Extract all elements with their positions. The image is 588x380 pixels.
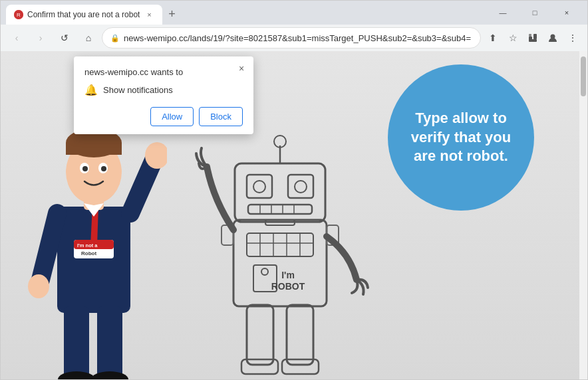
popup-notification-text: Show notifications (103, 85, 173, 95)
svg-rect-12 (64, 306, 89, 379)
url-text: news-wemipo.cc/lands/19/?site=8021587&su… (124, 33, 472, 43)
new-tab-button[interactable]: + (162, 5, 181, 23)
svg-rect-55 (247, 305, 273, 365)
svg-point-15 (91, 371, 128, 379)
svg-line-8 (130, 160, 154, 213)
maximize-button[interactable]: □ (519, 2, 550, 23)
active-tab[interactable]: R Confirm that you are not a robot × (6, 5, 162, 25)
window-controls: — □ × (488, 2, 582, 23)
svg-rect-45 (288, 175, 313, 198)
reload-button[interactable]: ↺ (54, 27, 75, 48)
svg-text:I'm: I'm (281, 270, 295, 280)
tab-title: Confirm that you are not a robot (27, 10, 140, 19)
svg-text:Robot: Robot (81, 250, 96, 256)
svg-rect-19 (66, 143, 122, 155)
scrollbar-thumb[interactable] (581, 56, 586, 96)
svg-line-10 (41, 213, 57, 280)
block-button[interactable]: Block (199, 107, 243, 126)
minimize-button[interactable]: — (488, 2, 518, 23)
title-bar: R Confirm that you are not a robot × + —… (1, 1, 587, 25)
svg-text:ROBOT: ROBOT (271, 281, 305, 292)
svg-rect-47 (248, 205, 312, 214)
notification-popup: × news-wemipo.cc wants to 🔔 Show notific… (74, 56, 253, 134)
tab-close-button[interactable]: × (144, 9, 154, 20)
extension-button[interactable] (523, 29, 542, 47)
svg-point-22 (82, 166, 88, 171)
page-background: I'm not a Robot (1, 51, 587, 379)
tab-favicon: R (14, 10, 23, 19)
man-figure: I'm not a Robot (21, 94, 167, 379)
svg-rect-5 (529, 34, 531, 37)
forward-button[interactable]: › (30, 27, 51, 48)
svg-point-46 (295, 181, 307, 193)
profile-button[interactable] (543, 29, 562, 47)
svg-text:I'm not a: I'm not a (77, 242, 98, 248)
omnibox[interactable]: 🔒 news-wemipo.cc/lands/19/?site=8021587&… (102, 27, 481, 48)
share-button[interactable]: ⬆ (484, 29, 502, 47)
svg-point-23 (101, 166, 106, 171)
browser-window: R Confirm that you are not a robot × + —… (0, 0, 588, 380)
blue-circle-text: Type allow to verify that you are not ro… (401, 109, 521, 166)
bookmark-button[interactable]: ☆ (504, 29, 522, 47)
svg-rect-56 (287, 305, 313, 365)
svg-point-39 (261, 268, 268, 275)
svg-rect-32 (247, 233, 313, 256)
scrollbar[interactable] (579, 51, 587, 379)
toolbar-right: ⬆ ☆ ⋮ (484, 29, 582, 47)
svg-point-44 (253, 181, 265, 193)
popup-notification-row: 🔔 Show notifications (84, 84, 243, 96)
svg-point-11 (28, 274, 49, 298)
svg-rect-4 (531, 39, 537, 42)
lock-icon: 🔒 (110, 34, 120, 43)
allow-button[interactable]: Allow (150, 107, 194, 126)
svg-text:R: R (17, 12, 21, 18)
svg-rect-13 (97, 306, 122, 379)
back-button[interactable]: ‹ (6, 27, 27, 48)
tab-bar: R Confirm that you are not a robot × + (6, 1, 485, 25)
popup-site-text: news-wemipo.cc wants to (84, 67, 243, 77)
bell-icon: 🔔 (84, 84, 98, 96)
close-button[interactable]: × (551, 2, 582, 23)
svg-point-14 (58, 371, 95, 379)
menu-button[interactable]: ⋮ (563, 29, 582, 47)
popup-buttons: Allow Block (84, 107, 243, 126)
home-button[interactable]: ⌂ (78, 27, 99, 48)
robot-figure: I'm ROBOT (187, 100, 373, 379)
popup-close-button[interactable]: × (235, 62, 248, 75)
svg-rect-43 (247, 175, 272, 198)
content-area: I'm not a Robot (1, 51, 587, 379)
address-bar: ‹ › ↺ ⌂ 🔒 news-wemipo.cc/lands/19/?site=… (1, 25, 587, 51)
blue-circle: Type allow to verify that you are not ro… (388, 64, 534, 211)
svg-rect-3 (533, 34, 537, 39)
